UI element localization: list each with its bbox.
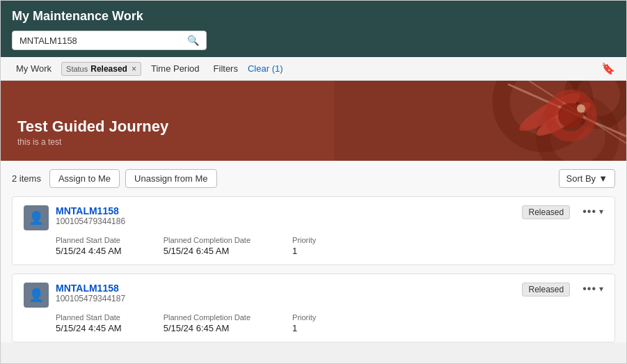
- banner-title: Test Guided Journey: [17, 118, 168, 136]
- items-toolbar: 2 items Assign to Me Unassign from Me So…: [1, 161, 626, 196]
- work-item-actions: ••• ▾: [582, 205, 603, 218]
- sort-by-button[interactable]: Sort By ▼: [559, 169, 616, 188]
- svg-point-10: [577, 104, 585, 113]
- field-label: Planned Completion Date: [164, 313, 251, 322]
- sort-by-label: Sort By: [566, 173, 596, 184]
- sort-chevron-icon: ▼: [598, 173, 608, 184]
- time-period-filter[interactable]: Time Period: [147, 61, 204, 76]
- work-item-id[interactable]: MNTALM1158: [56, 205, 515, 216]
- field-group: Planned Start Date 5/15/24 4:45 AM: [56, 313, 122, 333]
- page-title: My Maintenance Work: [12, 9, 615, 24]
- status-badge: Released: [522, 205, 570, 219]
- banner-decoration: [334, 81, 626, 161]
- status-filter-tag: Status Released ×: [61, 62, 141, 76]
- field-label: Priority: [292, 236, 316, 244]
- field-group: Planned Completion Date 5/15/24 6:45 AM: [164, 313, 251, 333]
- expand-icon[interactable]: ▾: [599, 284, 603, 294]
- field-value: 1: [292, 323, 316, 333]
- field-value: 5/15/24 4:45 AM: [56, 323, 122, 333]
- work-item-fields: Planned Start Date 5/15/24 4:45 AM Plann…: [24, 313, 603, 333]
- header: My Maintenance Work 🔍: [1, 1, 626, 57]
- work-item: 👤 MNTALM1158 100105479344186 Released ••…: [12, 196, 615, 265]
- status-filter-close[interactable]: ×: [132, 64, 136, 74]
- filters-button[interactable]: Filters: [209, 61, 242, 76]
- field-value: 1: [292, 246, 316, 256]
- avatar: 👤: [24, 283, 49, 308]
- field-label: Planned Completion Date: [164, 236, 251, 244]
- expand-icon[interactable]: ▾: [599, 207, 603, 216]
- field-value: 5/15/24 4:45 AM: [56, 246, 122, 256]
- work-item-info: MNTALM1158 100105479344187: [56, 283, 515, 303]
- field-label: Planned Start Date: [56, 313, 122, 322]
- banner: Test Guided Journey this is a test: [1, 81, 626, 161]
- unassign-from-me-button[interactable]: Unassign from Me: [125, 169, 216, 188]
- work-item-sub-id: 100105479344186: [56, 216, 515, 226]
- banner-text: Test Guided Journey this is a test: [17, 118, 168, 147]
- my-work-filter[interactable]: My Work: [12, 61, 56, 76]
- field-group: Priority 1: [292, 313, 316, 333]
- work-item-sub-id: 100105479344187: [56, 294, 515, 303]
- work-item-info: MNTALM1158 100105479344186: [56, 205, 515, 226]
- items-count: 2 items: [12, 173, 41, 184]
- clear-filters-button[interactable]: Clear (1): [248, 63, 283, 74]
- avatar: 👤: [24, 205, 49, 230]
- user-icon: 👤: [29, 210, 44, 225]
- field-group: Priority 1: [292, 236, 316, 256]
- work-item-actions: ••• ▾: [582, 283, 603, 295]
- field-group: Planned Completion Date 5/15/24 6:45 AM: [164, 236, 251, 256]
- field-label: Priority: [292, 313, 316, 322]
- status-badge: Released: [522, 283, 570, 296]
- field-group: Planned Start Date 5/15/24 4:45 AM: [56, 236, 122, 256]
- search-bar: 🔍: [12, 31, 207, 50]
- status-filter-value: Released: [90, 64, 127, 74]
- filter-bar: My Work Status Released × Time Period Fi…: [1, 57, 626, 81]
- assign-to-me-button[interactable]: Assign to Me: [49, 169, 120, 188]
- field-label: Planned Start Date: [56, 236, 122, 244]
- status-filter-label: Status: [66, 65, 88, 73]
- items-section: 2 items Assign to Me Unassign from Me So…: [1, 161, 626, 342]
- bookmark-icon[interactable]: 🔖: [601, 62, 615, 75]
- banner-subtitle: this is a test: [17, 137, 168, 147]
- user-icon: 👤: [29, 287, 44, 303]
- search-icon[interactable]: 🔍: [187, 35, 199, 46]
- field-value: 5/15/24 6:45 AM: [164, 246, 251, 256]
- field-value: 5/15/24 6:45 AM: [164, 323, 251, 333]
- work-item-header: 👤 MNTALM1158 100105479344187 Released ••…: [24, 283, 603, 308]
- work-item-id[interactable]: MNTALM1158: [56, 283, 515, 294]
- work-item: 👤 MNTALM1158 100105479344187 Released ••…: [12, 274, 615, 342]
- work-item-fields: Planned Start Date 5/15/24 4:45 AM Plann…: [24, 236, 603, 256]
- more-options-icon[interactable]: •••: [582, 283, 596, 295]
- search-input[interactable]: [19, 35, 187, 46]
- more-options-icon[interactable]: •••: [582, 205, 596, 218]
- work-item-header: 👤 MNTALM1158 100105479344186 Released ••…: [24, 205, 603, 230]
